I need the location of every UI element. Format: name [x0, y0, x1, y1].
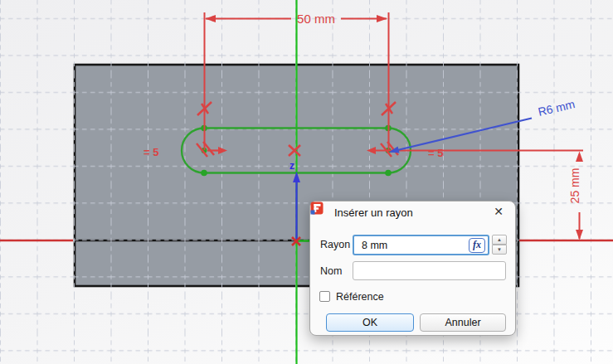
rayon-input[interactable] [354, 236, 488, 254]
sketch-grid [0, 0, 613, 364]
nom-input[interactable] [353, 262, 505, 279]
ok-button[interactable]: OK [326, 313, 414, 332]
dialog-title: Insérer un rayon [334, 206, 413, 220]
expression-fx-icon[interactable]: fx [469, 238, 485, 253]
sketch-viewport[interactable]: z 50 mm = 5 = 5 [0, 0, 613, 364]
spinner-up-icon[interactable]: ▲ [492, 235, 507, 245]
z-axis-label: z [289, 160, 294, 172]
equal-constraint-left: = 5 [144, 146, 158, 158]
close-icon[interactable]: ✕ [491, 204, 506, 219]
rayon-label: Rayon : [320, 239, 356, 250]
rayon-spinner: ▲ ▼ [492, 235, 507, 255]
spinner-down-icon[interactable]: ▼ [492, 245, 507, 255]
dimension-50mm-label[interactable]: 50 mm [297, 12, 335, 26]
equal-constraint-right: = 5 [428, 147, 443, 159]
cad-application-window: z 50 mm = 5 = 5 [0, 0, 613, 364]
reference-checkbox[interactable] [319, 291, 330, 302]
insert-radius-dialog: Insérer un rayon ✕ Rayon : fx ▲ ▼ Nom Ré… [309, 201, 516, 336]
dimension-25mm-label[interactable]: 25 mm [568, 168, 581, 204]
cancel-button[interactable]: Annuler [420, 313, 506, 332]
nom-label: Nom [320, 265, 342, 277]
rayon-field-wrap: fx [353, 235, 489, 255]
dialog-app-icon [310, 201, 324, 215]
reference-label: Référence [336, 291, 384, 303]
nom-field-wrap [353, 261, 506, 280]
